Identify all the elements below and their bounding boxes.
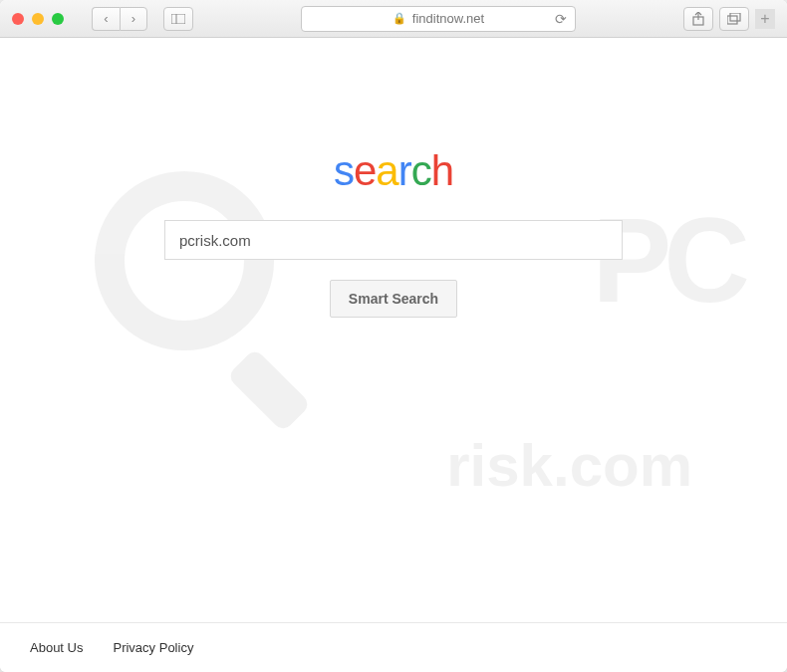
sidebar-icon	[171, 14, 185, 24]
page-content: PC risk.com search Smart Search	[0, 38, 787, 622]
titlebar: ‹ › 🔒 finditnow.net ⟳	[0, 0, 787, 38]
url-text: finditnow.net	[412, 11, 484, 26]
share-button[interactable]	[683, 7, 713, 31]
sidebar-toggle-button[interactable]	[163, 7, 193, 31]
about-link[interactable]: About Us	[30, 640, 83, 655]
share-icon	[692, 12, 704, 26]
tabs-icon	[727, 13, 741, 25]
svg-rect-4	[727, 16, 737, 24]
privacy-link[interactable]: Privacy Policy	[113, 640, 193, 655]
toolbar-right: +	[683, 7, 775, 31]
search-input[interactable]	[164, 220, 623, 260]
back-button[interactable]: ‹	[92, 7, 120, 31]
chevron-left-icon: ‹	[104, 11, 108, 26]
lock-icon: 🔒	[393, 12, 406, 25]
svg-rect-0	[171, 14, 185, 24]
new-tab-button[interactable]: +	[755, 9, 775, 29]
search-logo: search	[334, 147, 453, 195]
forward-button[interactable]: ›	[120, 7, 147, 31]
minimize-icon[interactable]	[32, 13, 44, 25]
chevron-right-icon: ›	[131, 11, 135, 26]
nav-buttons: ‹ ›	[92, 7, 147, 31]
browser-window: ‹ › 🔒 finditnow.net ⟳	[0, 0, 787, 672]
svg-rect-5	[730, 13, 740, 21]
window-controls	[12, 13, 64, 25]
reload-icon[interactable]: ⟳	[555, 11, 567, 27]
maximize-icon[interactable]	[52, 13, 64, 25]
close-icon[interactable]	[12, 13, 24, 25]
address-bar[interactable]: 🔒 finditnow.net ⟳	[301, 6, 576, 32]
footer: About Us Privacy Policy	[0, 622, 787, 672]
tabs-button[interactable]	[719, 7, 749, 31]
search-area: search Smart Search	[164, 147, 623, 318]
plus-icon: +	[760, 10, 769, 28]
search-button[interactable]: Smart Search	[330, 280, 457, 318]
